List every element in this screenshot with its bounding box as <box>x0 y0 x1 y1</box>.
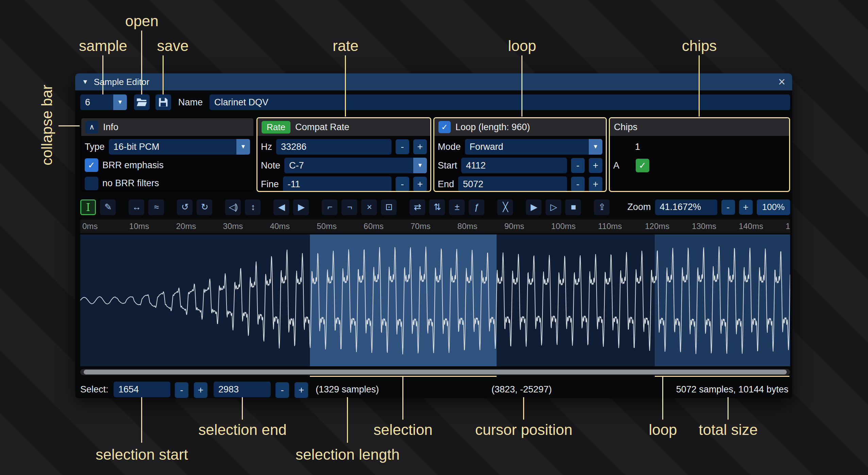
toolbar-fade-out-button[interactable]: ▶ <box>293 199 309 215</box>
timeline-tick: 130ms <box>692 219 716 233</box>
hz-input[interactable]: 33286 <box>276 139 391 155</box>
toolbar-select-mode-button[interactable]: I <box>80 199 96 215</box>
fine-decrease-button[interactable]: - <box>396 177 409 192</box>
selection-end-input[interactable]: 2983 <box>214 382 271 397</box>
toolbar-apply-silence-button[interactable]: ¬ <box>341 199 357 215</box>
toolbar-trim-button[interactable]: ⊡ <box>381 199 397 215</box>
toolbar-crossfade-loop-button[interactable]: ╳ <box>497 199 513 215</box>
selection-end-increase-button[interactable]: + <box>295 382 308 398</box>
type-label: Type <box>85 142 105 152</box>
loop-start-increase-button[interactable]: + <box>589 158 602 173</box>
toolbar-reverse-button[interactable]: ⇄ <box>410 199 425 215</box>
scrollbar-thumb[interactable] <box>84 370 787 374</box>
fine-increase-button[interactable]: + <box>413 177 427 192</box>
loop-end-decrease-button[interactable]: - <box>571 177 585 192</box>
timeline-tick: 100ms <box>551 219 576 233</box>
waveform-scrollbar[interactable] <box>80 369 790 375</box>
toolbar-normalize-button[interactable]: ↕ <box>245 199 261 215</box>
toolbar-preview-button[interactable]: ▶ <box>526 199 541 215</box>
toolbar-stop-preview-button[interactable]: ■ <box>565 199 581 215</box>
note-select[interactable]: C-7 ▼ <box>284 158 427 173</box>
annotation-open-label: open <box>125 13 158 30</box>
annotation-collapse-bar-line <box>59 125 80 126</box>
loop-mode-value: Forward <box>465 139 589 155</box>
toolbar-fade-in-button[interactable]: ◀ <box>273 199 289 215</box>
toolbar-draw-mode-button[interactable]: ✎ <box>100 199 116 215</box>
annotation-save-label: save <box>157 37 189 54</box>
loop-start-input[interactable]: 4112 <box>461 158 567 173</box>
timeline-ruler[interactable]: 0ms10ms20ms30ms40ms50ms60ms70ms80ms90ms1… <box>80 219 790 233</box>
sample-number: 6 <box>80 94 113 110</box>
toolbar-undo-button[interactable]: ↺ <box>177 199 193 215</box>
loop-mode-label: Mode <box>438 142 461 152</box>
zoom-in-button[interactable]: + <box>739 200 753 215</box>
toolbar-import-raw-button[interactable]: ⇪ <box>594 199 610 215</box>
waveform-canvas[interactable] <box>80 234 790 366</box>
annotation-total-size-label: total size <box>699 421 758 438</box>
selection-end-decrease-button[interactable]: - <box>276 382 289 398</box>
rate-header-label: Compat Rate <box>295 122 349 133</box>
undo-icon: ↺ <box>181 202 188 212</box>
resize-icon: ↔ <box>132 202 140 212</box>
rate-section: Rate Compat Rate Hz 33286 - + Note C-7 ▼… <box>256 117 431 192</box>
zoom-out-button[interactable]: - <box>721 200 735 215</box>
rate-header-bar: Rate Compat Rate <box>257 118 430 136</box>
zoom-reset-button[interactable]: 100% <box>757 199 790 215</box>
fine-input[interactable]: -11 <box>283 176 391 192</box>
toolbar-amplify-button[interactable]: ◁) <box>225 199 241 215</box>
loop-mode-select[interactable]: Forward ▼ <box>465 139 602 155</box>
annotation-chips-line <box>699 55 700 117</box>
timeline-tick: 40ms <box>270 219 290 233</box>
chevron-down-icon: ▼ <box>236 139 250 155</box>
redo-icon: ↻ <box>201 202 208 212</box>
save-floppy-icon <box>158 97 168 107</box>
annotation-total-size-line <box>728 397 729 420</box>
save-button[interactable] <box>155 94 171 110</box>
toolbar-resample-button[interactable]: ≈ <box>148 199 164 215</box>
loop-end-input[interactable]: 5072 <box>458 176 567 192</box>
window-collapse-icon[interactable]: ▼ <box>82 78 88 86</box>
collapse-bar-button[interactable]: ∧ <box>85 121 98 134</box>
toolbar-apply-filter-button[interactable]: ƒ <box>469 199 484 215</box>
loop-end-increase-button[interactable]: + <box>589 177 602 192</box>
chevron-down-icon: ▼ <box>589 139 602 155</box>
chip-column-header: 1 <box>635 142 640 152</box>
loop-enable-checkbox[interactable]: ✓ <box>438 121 451 133</box>
toolbar-insert-silence-button[interactable]: ⌐ <box>322 199 337 215</box>
annotation-selection-length-line <box>347 397 348 443</box>
toolbar-preview-dry-button[interactable]: ▷ <box>546 199 561 215</box>
chips-header-bar: Chips <box>610 118 789 136</box>
name-value: Clarinet DQV <box>214 97 268 108</box>
toolbar-signed-unsigned-button[interactable]: ± <box>449 199 465 215</box>
chip-a-checkbox[interactable]: ✓ <box>636 159 649 172</box>
no-brr-filters-checkbox[interactable] <box>85 177 98 190</box>
hz-decrease-button[interactable]: - <box>396 139 409 154</box>
name-input[interactable]: Clarinet DQV <box>210 94 790 110</box>
open-button[interactable] <box>134 94 150 110</box>
titlebar[interactable]: ▼ Sample Editor × <box>75 73 792 90</box>
brr-emphasis-checkbox[interactable]: ✓ <box>85 158 98 172</box>
selection-start-input[interactable]: 1654 <box>114 382 170 397</box>
close-icon[interactable]: × <box>778 76 785 88</box>
sections-row: ∧ Info Type 16-bit PCM ▼ ✓ BRR emphasis … <box>80 117 790 192</box>
chevron-down-icon: ▼ <box>113 94 127 110</box>
loop-start-decrease-button[interactable]: - <box>571 158 585 173</box>
hz-increase-button[interactable]: + <box>413 139 427 154</box>
selection-start-increase-button[interactable]: + <box>194 382 207 398</box>
toolbar-resize-button[interactable]: ↔ <box>129 199 144 215</box>
timeline-tick: 140ms <box>739 219 763 233</box>
apply-silence-icon: ¬ <box>347 202 351 212</box>
annotation-sample-line <box>102 55 103 94</box>
zoom-input[interactable]: 41.1672% <box>655 199 717 215</box>
toolbar-redo-button[interactable]: ↻ <box>197 199 212 215</box>
sample-type-select[interactable]: 16-bit PCM ▼ <box>109 139 250 155</box>
brr-emphasis-label: BRR emphasis <box>102 160 164 171</box>
annotation-selection-start-label: selection start <box>96 446 188 463</box>
fine-value: -11 <box>288 179 300 190</box>
total-size-text: 5072 samples, 10144 bytes <box>676 382 788 397</box>
toolbar-invert-button[interactable]: ⇅ <box>429 199 445 215</box>
open-folder-icon <box>136 98 147 107</box>
selection-start-decrease-button[interactable]: - <box>175 382 188 398</box>
sample-select[interactable]: 6 ▼ <box>80 94 127 110</box>
toolbar-delete-button[interactable]: × <box>361 199 377 215</box>
